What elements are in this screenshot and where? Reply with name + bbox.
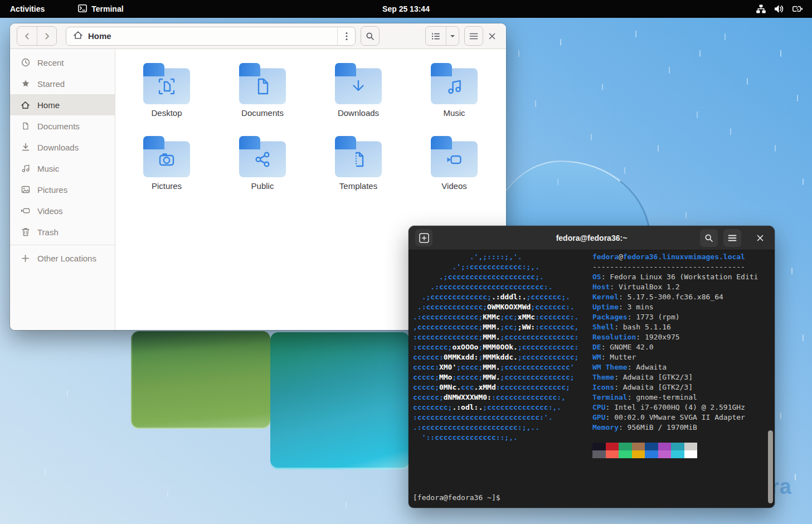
palette-swatch	[606, 450, 619, 458]
folder-documents[interactable]: Documents	[215, 59, 310, 130]
folder-pictures[interactable]: Pictures	[119, 132, 215, 203]
palette-swatch	[684, 450, 698, 458]
focused-app-menu[interactable]: Terminal	[70, 0, 131, 18]
sidebar-item-starred[interactable]: Starred	[10, 73, 115, 94]
focused-app-label: Terminal	[91, 4, 123, 13]
sidebar-list: RecentStarredHomeDocumentsDownloadsMusic…	[10, 52, 115, 242]
sidebar-item-label: Pictures	[37, 185, 67, 195]
new-tab-button[interactable]	[415, 229, 432, 246]
folder-label: Public	[251, 181, 274, 191]
sidebar-item-pictures[interactable]: Pictures	[10, 179, 115, 200]
music-icon	[21, 164, 30, 173]
palette-swatch	[619, 443, 632, 450]
system-status-area[interactable]	[756, 4, 812, 13]
sidebar-item-other-locations[interactable]: Other Locations	[10, 248, 115, 269]
battery-charging-icon	[792, 4, 803, 13]
starred-icon	[21, 79, 30, 89]
list-view-button[interactable]	[426, 27, 446, 45]
forward-button[interactable]	[37, 27, 56, 45]
neofetch-info-row: Shell: bash 5.1.16	[592, 322, 775, 332]
top-bar: Activities Terminal Sep 25 13:44	[0, 0, 812, 18]
neofetch-info-row: Host: VirtualBox 1.2	[592, 282, 775, 292]
palette-swatch	[658, 450, 672, 458]
palette-swatch	[606, 443, 619, 450]
folder-desktop[interactable]: Desktop	[119, 59, 215, 130]
sidebar-item-downloads[interactable]: Downloads	[10, 137, 115, 158]
folder-icon	[239, 136, 286, 177]
sidebar-item-trash[interactable]: Trash	[10, 221, 115, 242]
terminal-close-button[interactable]	[752, 230, 768, 246]
location-menu-button[interactable]	[337, 27, 355, 45]
palette-swatch	[592, 443, 606, 450]
folder-label: Documents	[241, 108, 284, 118]
sidebar-item-label: Other Locations	[37, 254, 96, 263]
folder-public[interactable]: Public	[215, 132, 310, 203]
neofetch-ascii-art: .',;::::;,'. .';:cccccccccccc:;,. .;cccc…	[413, 252, 578, 443]
files-menu-button[interactable]	[464, 26, 483, 46]
camera-emblem	[155, 148, 178, 171]
neofetch-info-row: Memory: 956MiB / 1970MiB	[592, 423, 775, 433]
video-emblem	[443, 148, 465, 171]
sidebar-item-label: Recent	[37, 58, 64, 67]
neofetch-info-row: Kernel: 5.17.5-300.fc36.x86_64	[592, 292, 775, 302]
folder-icon	[143, 136, 190, 177]
folder-icon	[431, 63, 478, 104]
sidebar-item-home[interactable]: Home	[10, 94, 115, 115]
back-button[interactable]	[17, 27, 37, 45]
neofetch-separator: -----------------------------------	[592, 262, 775, 272]
downloads-icon	[21, 143, 30, 152]
terminal-search-button[interactable]	[700, 229, 718, 247]
terminal-window: fedora@fedora36:~ .',;::::;,'. .';:ccccc…	[409, 226, 775, 508]
neofetch-info-row: DE: GNOME 42.0	[592, 342, 775, 352]
folder-videos[interactable]: Videos	[406, 132, 502, 203]
folder-icon	[431, 136, 478, 177]
palette-swatch	[632, 450, 645, 458]
neofetch-info-row: CPU: Intel i7-6700HQ (4) @ 2.591GHz	[592, 402, 775, 413]
palette-swatch	[671, 443, 684, 450]
folder-label: Downloads	[338, 108, 379, 118]
plus-icon	[21, 254, 30, 263]
neofetch-info-row: Terminal: gnome-terminal	[592, 392, 775, 402]
sidebar-item-label: Documents	[37, 122, 80, 131]
share-emblem	[251, 148, 274, 171]
terminal-headerbar: fedora@fedora36:~	[409, 226, 775, 250]
wallpaper-teal-shape	[270, 332, 410, 469]
activities-button[interactable]: Activities	[0, 0, 55, 18]
sidebar-item-videos[interactable]: Videos	[10, 200, 115, 221]
view-options-dropdown[interactable]	[446, 27, 459, 45]
folder-icon	[143, 63, 190, 104]
desktop-emblem	[155, 75, 178, 98]
home-icon	[21, 100, 30, 110]
terminal-color-palette-row	[592, 450, 775, 458]
folder-downloads[interactable]: Downloads	[310, 59, 406, 130]
sidebar-item-label: Starred	[37, 79, 65, 89]
folder-music[interactable]: Music	[406, 59, 502, 130]
neofetch-host-line: fedora@fedora36.linuxvmimages.local	[592, 252, 775, 262]
sidebar-item-documents[interactable]: Documents	[10, 115, 115, 137]
files-close-button[interactable]	[485, 29, 499, 43]
palette-swatch	[658, 443, 672, 450]
search-button[interactable]	[361, 26, 380, 46]
music-emblem	[443, 75, 465, 98]
neofetch-info-row: Uptime: 3 mins	[592, 302, 775, 312]
neofetch-info-row: WM: Mutter	[592, 352, 775, 362]
folder-label: Music	[443, 108, 465, 118]
folder-icon	[335, 136, 382, 177]
neofetch-info-row: Icons: Adwaita [GTK2/3]	[592, 382, 775, 392]
sidebar-item-recent[interactable]: Recent	[10, 52, 115, 73]
folder-templates[interactable]: Templates	[310, 132, 406, 203]
sidebar-item-music[interactable]: Music	[10, 158, 115, 179]
wallpaper-green-shape	[131, 331, 270, 429]
folder-label: Pictures	[152, 181, 182, 191]
current-location-label: Home	[88, 31, 111, 41]
terminal-scrollbar[interactable]	[768, 430, 773, 503]
terminal-color-palette-row	[592, 443, 775, 450]
terminal-content[interactable]: .',;::::;,'. .';:cccccccccccc:;,. .;cccc…	[409, 250, 775, 508]
terminal-header-buttons	[700, 229, 768, 247]
terminal-menu-button[interactable]	[723, 229, 741, 247]
sidebar-item-label: Music	[37, 164, 59, 173]
history-nav-group	[17, 26, 57, 46]
palette-swatch	[645, 450, 658, 458]
path-bar[interactable]: Home	[66, 27, 356, 46]
palette-swatch	[684, 443, 698, 450]
